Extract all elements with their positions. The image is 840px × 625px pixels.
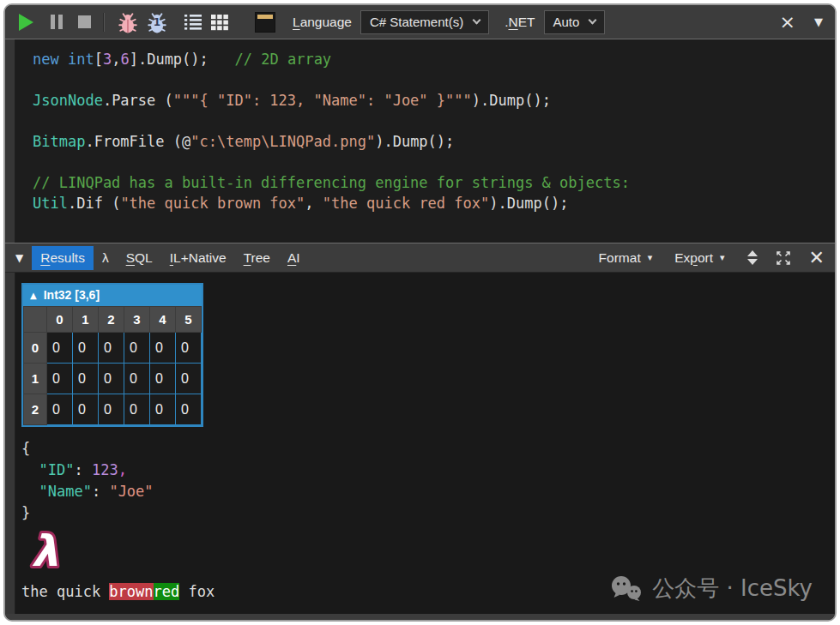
grid-row-header: 2 (24, 394, 47, 425)
code-line: // LINQPad has a built-in differencing e… (33, 172, 835, 193)
expand-results-button[interactable] (775, 249, 792, 267)
format-menu-label: Format (599, 250, 641, 266)
results-collapse-caret[interactable]: ▼ (15, 253, 23, 263)
code-line (33, 69, 835, 90)
code-line: Util.Dif ("the quick brown fox", "the qu… (33, 193, 835, 213)
arrow-up-icon (747, 250, 758, 256)
linqpad-window: 1 Language C# Statement(s) .NET Auto × (3, 3, 837, 622)
grid-cell: 0 (99, 394, 124, 425)
results-panel: ▲ Int32 [3,6] 01234500000001000000200000… (5, 273, 835, 614)
grid-row: 1000000 (24, 364, 202, 394)
chevron-down-icon: ▾ (720, 253, 725, 262)
stop-button[interactable] (78, 15, 91, 28)
grid-cell: 0 (150, 394, 176, 425)
window-bottom-edge (5, 614, 835, 620)
code-line: new int[3,6].Dump(); // 2D array (33, 49, 835, 69)
grid-cell: 0 (124, 394, 150, 425)
code-line: JsonNode.Parse ("""{ "ID": 123, "Name": … (33, 90, 835, 111)
arrow-down-icon (747, 259, 758, 265)
tab-ai[interactable]: AI (279, 246, 309, 270)
grid-cell: 0 (73, 364, 99, 394)
grid-cell: 0 (99, 333, 124, 364)
grid-cell: 0 (73, 333, 99, 364)
linqpad-logo-image: λ (21, 526, 835, 575)
language-select[interactable]: C# Statement(s) (360, 10, 489, 34)
format-menu-button[interactable]: Format ▾ (599, 250, 653, 266)
editor-gutter (5, 39, 15, 243)
grid-cell: 0 (176, 394, 202, 425)
tab-lambda[interactable]: λ (94, 246, 118, 270)
json-line: { (21, 438, 835, 460)
json-dump-output: { "ID": 123, "Name": "Joe" } (21, 438, 835, 524)
grid-cell: 0 (176, 333, 202, 364)
grid-cell: 0 (47, 364, 73, 394)
text-size-updown-button[interactable] (747, 250, 758, 265)
code-area: new int[3,6].Dump(); // 2D array JsonNod… (5, 39, 835, 213)
code-line: Bitmap.FromFile (@"c:\temp\LINQPad.png")… (33, 131, 835, 152)
grid-col-header: 5 (176, 307, 202, 333)
chevron-down-icon: ▾ (648, 253, 653, 262)
export-menu-label: Export (674, 250, 713, 266)
grid-row-header: 1 (24, 364, 47, 394)
chevron-down-icon (589, 16, 597, 25)
grid-cell: 0 (47, 333, 73, 364)
array-dump-table: ▲ Int32 [3,6] 01234500000001000000200000… (21, 283, 203, 427)
dotnet-version-select[interactable]: Auto (544, 10, 606, 34)
array-grid[interactable]: 012345000000010000002000000 (23, 306, 202, 425)
grid-cell: 0 (73, 394, 99, 425)
rich-text-results-icon[interactable] (255, 12, 275, 33)
grid-col-header: 0 (47, 307, 73, 333)
pause-button[interactable] (51, 15, 63, 29)
grid-col-header: 2 (99, 307, 124, 333)
tab-tree[interactable]: Tree (235, 246, 279, 270)
grid-cell: 0 (99, 364, 124, 394)
grid-cell: 0 (150, 333, 176, 364)
code-line (33, 152, 835, 172)
grid-col-header: 4 (150, 307, 176, 333)
bug-icon (117, 11, 139, 33)
grid-row-header: 0 (24, 333, 47, 364)
grid-row: 0000000 (24, 333, 202, 364)
language-label: Language (293, 15, 352, 30)
collapse-caret-icon: ▲ (30, 291, 37, 300)
grid-cell: 0 (150, 364, 176, 394)
wechat-icon (609, 574, 644, 602)
dotnet-version-value: Auto (553, 15, 580, 29)
toolbar-menu-caret[interactable]: ▼ (814, 16, 823, 27)
main-toolbar: 1 Language C# Statement(s) .NET Auto × (5, 5, 835, 39)
wechat-watermark: 公众号 · IceSky (609, 574, 813, 602)
debug-badge: 1 (146, 16, 168, 28)
toolbar-separator (103, 13, 105, 32)
tab-results[interactable]: Results (32, 246, 94, 270)
results-tabbar: ▼ Results λ SQL IL+Native Tree AI Format… (5, 243, 835, 273)
list-view-icon[interactable] (184, 14, 202, 31)
grid-cell: 0 (47, 394, 73, 425)
json-line: } (21, 502, 835, 524)
debug-next-button[interactable]: 1 (146, 11, 168, 33)
tab-sql[interactable]: SQL (118, 246, 161, 270)
export-menu-button[interactable]: Export ▾ (674, 250, 724, 266)
close-query-button[interactable]: × (780, 13, 795, 32)
tab-il-native[interactable]: IL+Native (161, 246, 235, 270)
watermark-text: 公众号 · IceSky (652, 576, 813, 601)
grid-col-header: 1 (73, 307, 99, 333)
json-line: "Name": "Joe" (21, 481, 835, 502)
dotnet-label: .NET (505, 15, 535, 30)
language-select-value: C# Statement(s) (370, 15, 463, 29)
rich-text-results-icon-bar (257, 15, 273, 19)
json-line: "ID": 123, (21, 460, 835, 481)
chevron-down-icon (473, 16, 481, 25)
grid-row: 2000000 (24, 394, 202, 425)
grid-cell: 0 (176, 364, 202, 394)
code-line (33, 111, 835, 131)
array-dump-title: Int32 [3,6] (44, 288, 100, 302)
run-button[interactable] (19, 14, 33, 31)
grid-corner-cell (24, 307, 47, 333)
array-dump-header[interactable]: ▲ Int32 [3,6] (23, 285, 202, 306)
results-content: ▲ Int32 [3,6] 01234500000001000000200000… (5, 273, 835, 601)
grid-col-header: 3 (124, 307, 150, 333)
grid-view-icon[interactable] (210, 14, 229, 31)
debug-button[interactable] (117, 11, 139, 33)
code-editor[interactable]: new int[3,6].Dump(); // 2D array JsonNod… (5, 39, 835, 243)
close-results-button[interactable]: ✕ (809, 249, 825, 267)
